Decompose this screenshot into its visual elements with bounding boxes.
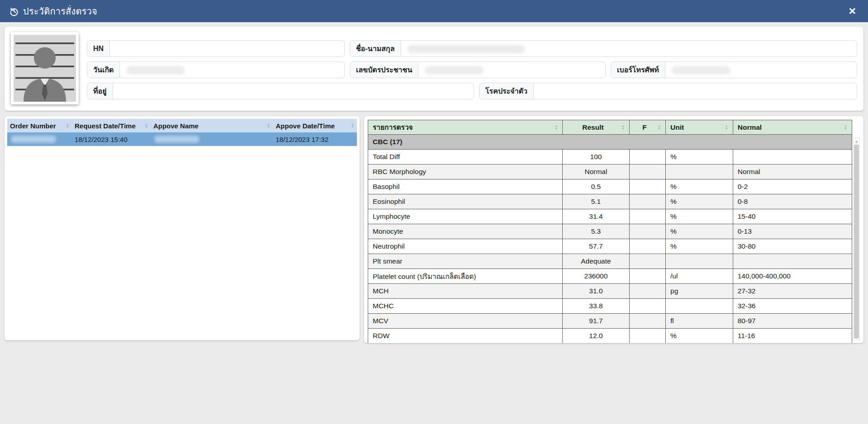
result-cell-flag	[629, 224, 665, 239]
result-row[interactable]: MCH31.0pg27-32	[368, 284, 852, 299]
result-cell-name: RBC Morphology	[368, 165, 563, 179]
result-cell-result: 91.7	[563, 314, 630, 329]
sort-icon: ▲▼	[351, 123, 354, 128]
result-cell-flag	[629, 179, 665, 194]
result-cell-result: 236000	[563, 269, 630, 284]
scrollbar-thumb[interactable]	[854, 145, 859, 339]
result-row[interactable]: Basophil0.5%0-2	[368, 179, 852, 194]
orders-col-header-3[interactable]: Appove Date/Time▲▼	[273, 119, 357, 132]
orders-col-header-2-label: Appove Name	[153, 122, 199, 130]
result-cell-unit: %	[666, 329, 733, 344]
phone-field-group: เบอร์โทรศัพท์	[611, 61, 857, 78]
result-cell-name: RDW	[368, 329, 563, 344]
results-col-header-2[interactable]: F▲▼	[629, 120, 665, 135]
results-col-header-1[interactable]: Result▲▼	[563, 120, 630, 135]
order-cell-appove_name	[151, 132, 273, 146]
address-field-group: ที่อยู่	[87, 83, 474, 99]
sort-icon: ▲▼	[555, 125, 558, 130]
result-cell-flag	[629, 269, 665, 284]
orders-table: Order Number▲▼Request Date/Time▲▼Appove …	[7, 119, 357, 146]
birthdate-input[interactable]	[120, 62, 344, 78]
result-cell-unit	[666, 299, 733, 314]
hn-field-group: HN	[87, 40, 345, 57]
result-cell-unit: fl	[666, 314, 733, 329]
orders-panel: Order Number▲▼Request Date/Time▲▼Appove …	[5, 116, 360, 340]
citizen-id-field-group: เลขบัตรประชาชน	[350, 61, 606, 78]
result-cell-name: Basophil	[368, 179, 563, 194]
history-icon	[9, 6, 19, 16]
results-col-header-4[interactable]: Normal▲▼	[733, 120, 852, 135]
sort-icon: ▲▼	[621, 125, 625, 130]
result-row[interactable]: RBC MorphologyNormalNormal	[368, 165, 852, 179]
result-cell-unit	[666, 254, 733, 269]
birthdate-label: วันเกิด	[87, 62, 120, 78]
order-row[interactable]: 18/12/2023 15:4018/12/2023 17:32	[7, 132, 357, 146]
result-row[interactable]: Plt smearAdequate	[368, 254, 852, 269]
close-button[interactable]: ✕	[845, 5, 859, 18]
result-cell-normal: 0-13	[733, 224, 852, 239]
result-cell-result: Normal	[563, 165, 630, 179]
result-row[interactable]: RDW12.0%11-16	[368, 329, 852, 344]
result-cell-result: 57.7	[563, 239, 630, 254]
citizen-id-input[interactable]	[418, 62, 605, 78]
order-cell-appove_datetime: 18/12/2023 17:32	[273, 132, 357, 146]
results-col-header-1-label: Result	[567, 123, 619, 132]
order-cell-request_datetime: 18/12/2023 15:40	[72, 132, 151, 146]
result-cell-flag	[629, 165, 665, 179]
result-cell-name: Neutrophil	[368, 239, 563, 254]
chronic-disease-input[interactable]	[534, 83, 857, 99]
result-cell-unit: /ul	[666, 269, 733, 284]
results-scrollbar[interactable]: ▲	[853, 137, 860, 340]
sort-icon: ▲▼	[658, 125, 661, 130]
result-row[interactable]: Lymphocyte31.4%15-40	[368, 209, 852, 224]
results-col-header-3[interactable]: Unit▲▼	[666, 120, 733, 135]
result-cell-flag	[629, 284, 665, 299]
patient-fields: HN ชื่อ-นามสกุล วันเกิด เลขบัตรประชาช	[87, 40, 857, 105]
result-cell-flag	[629, 150, 665, 165]
result-cell-name: Platelet count (ปริมาณเกล็ดเลือด)	[368, 269, 563, 284]
results-col-header-4-label: Normal	[738, 123, 762, 132]
phone-label: เบอร์โทรศัพท์	[611, 62, 665, 78]
sort-icon: ▲▼	[267, 123, 270, 128]
name-input[interactable]	[401, 41, 857, 57]
results-col-header-3-label: Unit	[670, 123, 684, 132]
results-header-row: รายการตรวจ▲▼Result▲▼F▲▼Unit▲▼Normal▲▼	[368, 120, 852, 135]
result-cell-name: MCHC	[368, 299, 563, 314]
result-cell-result: Adequate	[563, 254, 630, 269]
result-cell-name: Eosinophil	[368, 194, 563, 209]
result-cell-flag	[629, 254, 665, 269]
result-cell-name: Plt smear	[368, 254, 563, 269]
result-row[interactable]: Total Diff100%	[368, 150, 852, 165]
orders-col-header-2[interactable]: Appove Name▲▼	[151, 119, 273, 132]
results-col-header-0[interactable]: รายการตรวจ▲▼	[368, 120, 563, 135]
result-cell-flag	[629, 209, 665, 224]
result-row[interactable]: Neutrophil57.7%30-80	[368, 239, 852, 254]
result-cell-unit: %	[666, 150, 733, 165]
sort-icon: ▲▼	[145, 123, 148, 128]
result-cell-unit: %	[666, 194, 733, 209]
orders-col-header-1[interactable]: Request Date/Time▲▼	[72, 119, 151, 132]
result-group-row[interactable]: CBC (17)	[368, 135, 852, 150]
result-cell-normal: 30-80	[733, 239, 852, 254]
orders-col-header-0[interactable]: Order Number▲▼	[7, 119, 72, 132]
chronic-disease-label: โรคประจำตัว	[479, 83, 534, 99]
address-input[interactable]	[113, 83, 474, 99]
sort-icon: ▲▼	[844, 125, 847, 130]
result-row[interactable]: MCV91.7fl80-97	[368, 314, 852, 329]
result-cell-unit: %	[666, 179, 733, 194]
result-cell-name: Monocyte	[368, 224, 563, 239]
result-row[interactable]: Platelet count (ปริมาณเกล็ดเลือด)236000/…	[368, 269, 852, 284]
result-row[interactable]: Monocyte5.3%0-13	[368, 224, 852, 239]
result-cell-result: 100	[563, 150, 630, 165]
scrollbar-up-arrow-icon[interactable]: ▲	[854, 139, 859, 144]
results-panel: รายการตรวจ▲▼Result▲▼F▲▼Unit▲▼Normal▲▼ CB…	[364, 116, 863, 343]
results-table-body: CBC (17)Total Diff100%RBC MorphologyNorm…	[368, 135, 852, 344]
chronic-disease-field-group: โรคประจำตัว	[479, 83, 857, 99]
result-row[interactable]: Eosinophil5.1%0-8	[368, 194, 852, 209]
hn-input[interactable]	[110, 41, 344, 57]
order-cell-order_number	[7, 132, 72, 146]
result-cell-normal: 0-8	[733, 194, 852, 209]
result-row[interactable]: MCHC33.832-36	[368, 299, 852, 314]
result-cell-name: MCH	[368, 284, 563, 299]
phone-input[interactable]	[665, 62, 857, 78]
